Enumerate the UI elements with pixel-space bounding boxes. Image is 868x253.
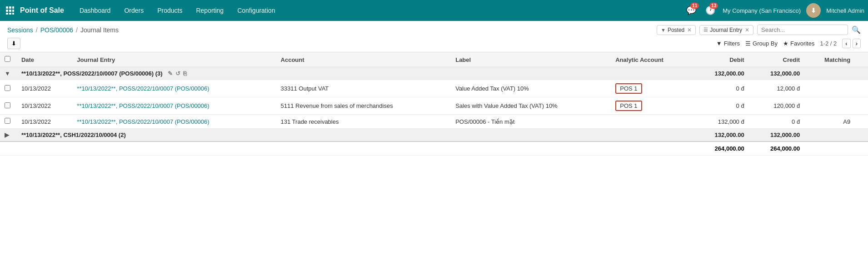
favorites-dropdown[interactable]: ★ Favorites — [783, 40, 814, 47]
group1-expand[interactable]: ▼ — [0, 67, 17, 80]
menu-configuration[interactable]: Configuration — [231, 4, 281, 17]
col-extra — [855, 52, 868, 67]
menu-products[interactable]: Products — [151, 4, 189, 17]
row2-credit: 120,000 đ — [749, 97, 804, 115]
row2-journal-entry[interactable]: **10/13/2022**, POSS/2022/10/0007 (POS/0… — [72, 97, 276, 115]
filter-icon: ▼ — [716, 40, 722, 47]
group2-credit-total: 132,000.00 — [749, 129, 804, 142]
row2-analytic-value: POS 1 — [615, 101, 642, 111]
group1-icons: ✎ ↺ ⎘ — [168, 70, 187, 77]
table-row: 10/13/2022 **10/13/2022**, POSS/2022/10/… — [0, 80, 868, 97]
menu-orders[interactable]: Orders — [118, 4, 150, 17]
group2-matching-total — [804, 129, 855, 142]
breadcrumb-sessions[interactable]: Sessions — [7, 26, 33, 34]
group-row-1[interactable]: ▼ **10/13/2022**, POSS/2022/10/0007 (POS… — [0, 67, 868, 80]
total-matching — [804, 142, 855, 156]
filters-dropdown[interactable]: ▼ Filters — [716, 40, 740, 47]
row1-analytic: POS 1 — [611, 80, 693, 97]
menu-reporting[interactable]: Reporting — [190, 4, 230, 17]
table-row: 10/13/2022 **10/13/2022**, POSS/2022/10/… — [0, 115, 868, 129]
search-input[interactable] — [761, 26, 834, 33]
select-all-checkbox[interactable] — [5, 56, 10, 62]
filter-funnel-icon: ▼ — [661, 27, 666, 33]
row2-debit: 0 đ — [693, 97, 748, 115]
row2-checkbox[interactable] — [5, 102, 10, 108]
search-box[interactable] — [757, 25, 848, 35]
row2-extra — [855, 97, 868, 115]
breadcrumb-pos00006[interactable]: POS/00006 — [40, 26, 73, 34]
groupby-label: Group By — [753, 40, 778, 47]
svg-rect-4 — [9, 10, 11, 12]
row2-analytic: POS 1 — [611, 97, 693, 115]
group1-label: **10/13/2022**, POSS/2022/10/0007 (POS/0… — [17, 67, 693, 80]
col-date: Date — [17, 52, 72, 67]
total-row: 264,000.00 264,000.00 — [0, 142, 868, 156]
row3-checkbox[interactable] — [5, 118, 10, 124]
filter-journal-entry[interactable]: ☰ Journal Entry ✕ — [699, 25, 753, 35]
row1-checkbox[interactable] — [5, 85, 10, 91]
svg-rect-3 — [6, 10, 8, 12]
group1-matching-total — [804, 67, 855, 80]
next-page-button[interactable]: › — [853, 39, 861, 48]
col-label: Label — [451, 52, 611, 67]
group-row-2[interactable]: ▶ **10/13/2022**, CSH1/2022/10/0004 (2) … — [0, 129, 868, 142]
svg-rect-5 — [12, 10, 14, 12]
row3-checkbox-cell[interactable] — [0, 115, 17, 129]
groupby-icon: ☰ — [745, 40, 751, 47]
apps-icon[interactable] — [4, 4, 16, 17]
svg-rect-8 — [12, 13, 14, 15]
row3-journal-entry[interactable]: **10/13/2022**, POSS/2022/10/0007 (POS/0… — [72, 115, 276, 129]
row2-checkbox-cell[interactable] — [0, 97, 17, 115]
journal-items-table: Date Journal Entry Account Label Analyti… — [0, 52, 868, 156]
row3-label: POS/00006 - Tiền mặt — [451, 115, 611, 129]
pagination-controls: ‹ › — [842, 39, 861, 48]
row1-date: 10/13/2022 — [17, 80, 72, 97]
col-credit: Credit — [749, 52, 804, 67]
row1-checkbox-cell[interactable] — [0, 80, 17, 97]
svg-rect-6 — [6, 13, 8, 15]
clock-badge[interactable]: 🕐 13 — [703, 4, 717, 17]
filters-label: Filters — [724, 40, 740, 47]
svg-rect-2 — [12, 6, 14, 9]
svg-rect-7 — [9, 13, 11, 15]
group1-duplicate-icon[interactable]: ⎘ — [183, 70, 187, 77]
group1-reset-icon[interactable]: ↺ — [175, 70, 180, 77]
row2-matching — [804, 97, 855, 115]
row3-credit: 0 đ — [749, 115, 804, 129]
avatar[interactable]: ⬇ — [806, 3, 821, 18]
col-matching: Matching — [804, 52, 855, 67]
total-extra — [855, 142, 868, 156]
row1-account: 33311 Output VAT — [276, 80, 451, 97]
group-by-dropdown[interactable]: ☰ Group By — [745, 40, 778, 47]
search-button[interactable]: 🔍 — [852, 25, 861, 34]
row1-journal-entry[interactable]: **10/13/2022**, POSS/2022/10/0007 (POS/0… — [72, 80, 276, 97]
row1-credit: 12,000 đ — [749, 80, 804, 97]
main-menu: Dashboard Orders Products Reporting Conf… — [73, 4, 683, 17]
total-label — [0, 142, 693, 156]
filter-list-icon: ☰ — [703, 27, 708, 33]
menu-dashboard[interactable]: Dashboard — [73, 4, 117, 17]
group2-expand[interactable]: ▶ — [0, 129, 17, 142]
messages-badge[interactable]: 💬 11 — [684, 4, 698, 17]
remove-posted-filter[interactable]: ✕ — [687, 27, 692, 33]
breadcrumb: Sessions / POS/00006 / Journal Items — [7, 26, 119, 34]
group1-edit-icon[interactable]: ✎ — [168, 70, 173, 77]
user-name[interactable]: Mitchell Admin — [826, 7, 864, 14]
col-debit: Debit — [693, 52, 748, 67]
prev-page-button[interactable]: ‹ — [842, 39, 850, 48]
row2-account: 5111 Revenue from sales of merchandises — [276, 97, 451, 115]
col-select-all[interactable] — [0, 52, 17, 67]
row3-extra — [855, 115, 868, 129]
row3-matching: A9 — [804, 115, 855, 129]
row1-label: Value Added Tax (VAT) 10% — [451, 80, 611, 97]
filter-posted[interactable]: ▼ Posted ✕ — [657, 25, 696, 35]
topnav-right: 💬 11 🕐 13 My Company (San Francisco) ⬇ M… — [684, 3, 864, 18]
table-row: 10/13/2022 **10/13/2022**, POSS/2022/10/… — [0, 97, 868, 115]
group1-debit-total: 132,000.00 — [693, 67, 748, 80]
remove-journal-entry-filter[interactable]: ✕ — [745, 27, 749, 33]
row2-date: 10/13/2022 — [17, 97, 72, 115]
download-button[interactable]: ⬇ — [7, 38, 20, 49]
company-name: My Company (San Francisco) — [723, 7, 801, 14]
row3-account: 131 Trade receivables — [276, 115, 451, 129]
favorites-star-icon: ★ — [783, 40, 788, 47]
